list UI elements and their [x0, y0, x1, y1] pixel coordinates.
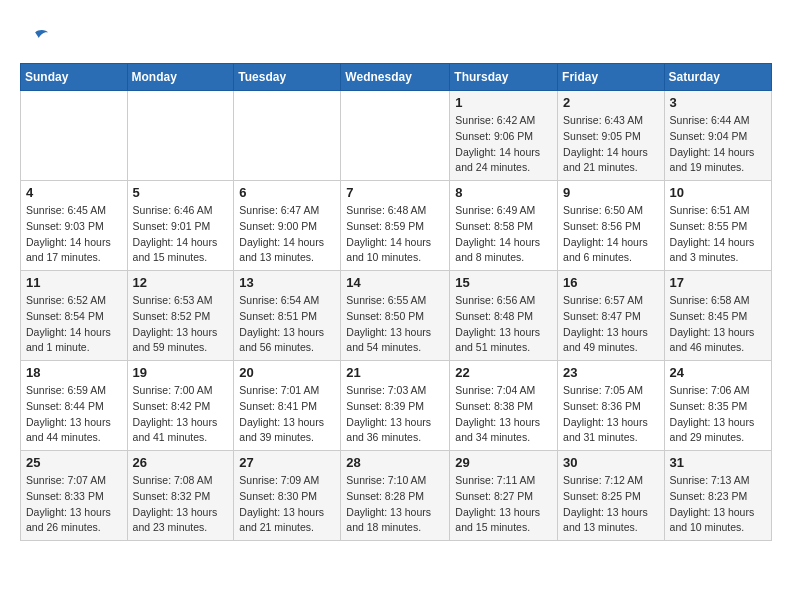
logo-bird-icon	[22, 25, 50, 53]
day-number: 24	[670, 365, 766, 380]
calendar-cell: 5Sunrise: 6:46 AM Sunset: 9:01 PM Daylig…	[127, 181, 234, 271]
calendar-cell: 3Sunrise: 6:44 AM Sunset: 9:04 PM Daylig…	[664, 91, 771, 181]
day-number: 31	[670, 455, 766, 470]
page-header	[20, 20, 772, 53]
day-info: Sunrise: 6:43 AM Sunset: 9:05 PM Dayligh…	[563, 113, 659, 176]
day-number: 20	[239, 365, 335, 380]
calendar-cell: 11Sunrise: 6:52 AM Sunset: 8:54 PM Dayli…	[21, 271, 128, 361]
calendar-header-row: SundayMondayTuesdayWednesdayThursdayFrid…	[21, 64, 772, 91]
day-info: Sunrise: 7:11 AM Sunset: 8:27 PM Dayligh…	[455, 473, 552, 536]
calendar-cell: 22Sunrise: 7:04 AM Sunset: 8:38 PM Dayli…	[450, 361, 558, 451]
calendar-week-row: 25Sunrise: 7:07 AM Sunset: 8:33 PM Dayli…	[21, 451, 772, 541]
day-info: Sunrise: 7:13 AM Sunset: 8:23 PM Dayligh…	[670, 473, 766, 536]
day-number: 12	[133, 275, 229, 290]
calendar-header-thursday: Thursday	[450, 64, 558, 91]
calendar-cell: 21Sunrise: 7:03 AM Sunset: 8:39 PM Dayli…	[341, 361, 450, 451]
day-info: Sunrise: 7:00 AM Sunset: 8:42 PM Dayligh…	[133, 383, 229, 446]
day-number: 28	[346, 455, 444, 470]
calendar-header-wednesday: Wednesday	[341, 64, 450, 91]
day-number: 19	[133, 365, 229, 380]
day-number: 18	[26, 365, 122, 380]
calendar-cell: 4Sunrise: 6:45 AM Sunset: 9:03 PM Daylig…	[21, 181, 128, 271]
calendar-cell: 14Sunrise: 6:55 AM Sunset: 8:50 PM Dayli…	[341, 271, 450, 361]
calendar-cell	[341, 91, 450, 181]
day-info: Sunrise: 7:09 AM Sunset: 8:30 PM Dayligh…	[239, 473, 335, 536]
day-info: Sunrise: 7:05 AM Sunset: 8:36 PM Dayligh…	[563, 383, 659, 446]
calendar-cell: 28Sunrise: 7:10 AM Sunset: 8:28 PM Dayli…	[341, 451, 450, 541]
calendar-cell: 30Sunrise: 7:12 AM Sunset: 8:25 PM Dayli…	[558, 451, 665, 541]
calendar-cell: 17Sunrise: 6:58 AM Sunset: 8:45 PM Dayli…	[664, 271, 771, 361]
day-number: 29	[455, 455, 552, 470]
calendar-cell: 26Sunrise: 7:08 AM Sunset: 8:32 PM Dayli…	[127, 451, 234, 541]
day-info: Sunrise: 6:49 AM Sunset: 8:58 PM Dayligh…	[455, 203, 552, 266]
calendar-cell: 29Sunrise: 7:11 AM Sunset: 8:27 PM Dayli…	[450, 451, 558, 541]
day-number: 15	[455, 275, 552, 290]
day-number: 17	[670, 275, 766, 290]
day-info: Sunrise: 6:44 AM Sunset: 9:04 PM Dayligh…	[670, 113, 766, 176]
day-number: 23	[563, 365, 659, 380]
day-info: Sunrise: 6:52 AM Sunset: 8:54 PM Dayligh…	[26, 293, 122, 356]
calendar-cell	[234, 91, 341, 181]
calendar-header-saturday: Saturday	[664, 64, 771, 91]
calendar-cell: 18Sunrise: 6:59 AM Sunset: 8:44 PM Dayli…	[21, 361, 128, 451]
day-info: Sunrise: 6:48 AM Sunset: 8:59 PM Dayligh…	[346, 203, 444, 266]
day-number: 1	[455, 95, 552, 110]
day-number: 22	[455, 365, 552, 380]
day-number: 9	[563, 185, 659, 200]
day-info: Sunrise: 7:03 AM Sunset: 8:39 PM Dayligh…	[346, 383, 444, 446]
calendar-week-row: 1Sunrise: 6:42 AM Sunset: 9:06 PM Daylig…	[21, 91, 772, 181]
day-number: 16	[563, 275, 659, 290]
calendar-cell: 2Sunrise: 6:43 AM Sunset: 9:05 PM Daylig…	[558, 91, 665, 181]
calendar-header-monday: Monday	[127, 64, 234, 91]
day-info: Sunrise: 6:46 AM Sunset: 9:01 PM Dayligh…	[133, 203, 229, 266]
day-number: 7	[346, 185, 444, 200]
calendar-cell: 15Sunrise: 6:56 AM Sunset: 8:48 PM Dayli…	[450, 271, 558, 361]
calendar-cell: 12Sunrise: 6:53 AM Sunset: 8:52 PM Dayli…	[127, 271, 234, 361]
day-info: Sunrise: 7:12 AM Sunset: 8:25 PM Dayligh…	[563, 473, 659, 536]
calendar-cell: 20Sunrise: 7:01 AM Sunset: 8:41 PM Dayli…	[234, 361, 341, 451]
day-info: Sunrise: 6:59 AM Sunset: 8:44 PM Dayligh…	[26, 383, 122, 446]
day-info: Sunrise: 6:51 AM Sunset: 8:55 PM Dayligh…	[670, 203, 766, 266]
day-number: 30	[563, 455, 659, 470]
day-info: Sunrise: 6:45 AM Sunset: 9:03 PM Dayligh…	[26, 203, 122, 266]
calendar-cell	[127, 91, 234, 181]
calendar-cell: 27Sunrise: 7:09 AM Sunset: 8:30 PM Dayli…	[234, 451, 341, 541]
day-info: Sunrise: 7:06 AM Sunset: 8:35 PM Dayligh…	[670, 383, 766, 446]
day-info: Sunrise: 7:10 AM Sunset: 8:28 PM Dayligh…	[346, 473, 444, 536]
day-info: Sunrise: 6:54 AM Sunset: 8:51 PM Dayligh…	[239, 293, 335, 356]
calendar-cell: 6Sunrise: 6:47 AM Sunset: 9:00 PM Daylig…	[234, 181, 341, 271]
day-info: Sunrise: 7:04 AM Sunset: 8:38 PM Dayligh…	[455, 383, 552, 446]
day-number: 14	[346, 275, 444, 290]
calendar-cell: 25Sunrise: 7:07 AM Sunset: 8:33 PM Dayli…	[21, 451, 128, 541]
day-info: Sunrise: 6:57 AM Sunset: 8:47 PM Dayligh…	[563, 293, 659, 356]
calendar-cell: 31Sunrise: 7:13 AM Sunset: 8:23 PM Dayli…	[664, 451, 771, 541]
calendar-cell: 16Sunrise: 6:57 AM Sunset: 8:47 PM Dayli…	[558, 271, 665, 361]
day-info: Sunrise: 6:53 AM Sunset: 8:52 PM Dayligh…	[133, 293, 229, 356]
day-info: Sunrise: 6:55 AM Sunset: 8:50 PM Dayligh…	[346, 293, 444, 356]
calendar-header-tuesday: Tuesday	[234, 64, 341, 91]
day-number: 4	[26, 185, 122, 200]
day-info: Sunrise: 7:07 AM Sunset: 8:33 PM Dayligh…	[26, 473, 122, 536]
day-info: Sunrise: 6:47 AM Sunset: 9:00 PM Dayligh…	[239, 203, 335, 266]
calendar-cell: 1Sunrise: 6:42 AM Sunset: 9:06 PM Daylig…	[450, 91, 558, 181]
day-number: 10	[670, 185, 766, 200]
day-info: Sunrise: 6:56 AM Sunset: 8:48 PM Dayligh…	[455, 293, 552, 356]
calendar-cell: 19Sunrise: 7:00 AM Sunset: 8:42 PM Dayli…	[127, 361, 234, 451]
day-number: 27	[239, 455, 335, 470]
calendar-cell: 8Sunrise: 6:49 AM Sunset: 8:58 PM Daylig…	[450, 181, 558, 271]
day-number: 3	[670, 95, 766, 110]
day-info: Sunrise: 6:58 AM Sunset: 8:45 PM Dayligh…	[670, 293, 766, 356]
calendar-cell: 23Sunrise: 7:05 AM Sunset: 8:36 PM Dayli…	[558, 361, 665, 451]
day-number: 5	[133, 185, 229, 200]
day-number: 8	[455, 185, 552, 200]
calendar-cell: 7Sunrise: 6:48 AM Sunset: 8:59 PM Daylig…	[341, 181, 450, 271]
day-number: 26	[133, 455, 229, 470]
day-info: Sunrise: 7:01 AM Sunset: 8:41 PM Dayligh…	[239, 383, 335, 446]
day-number: 13	[239, 275, 335, 290]
calendar-week-row: 4Sunrise: 6:45 AM Sunset: 9:03 PM Daylig…	[21, 181, 772, 271]
day-number: 2	[563, 95, 659, 110]
calendar-header-sunday: Sunday	[21, 64, 128, 91]
calendar-cell: 24Sunrise: 7:06 AM Sunset: 8:35 PM Dayli…	[664, 361, 771, 451]
calendar-cell	[21, 91, 128, 181]
day-number: 6	[239, 185, 335, 200]
